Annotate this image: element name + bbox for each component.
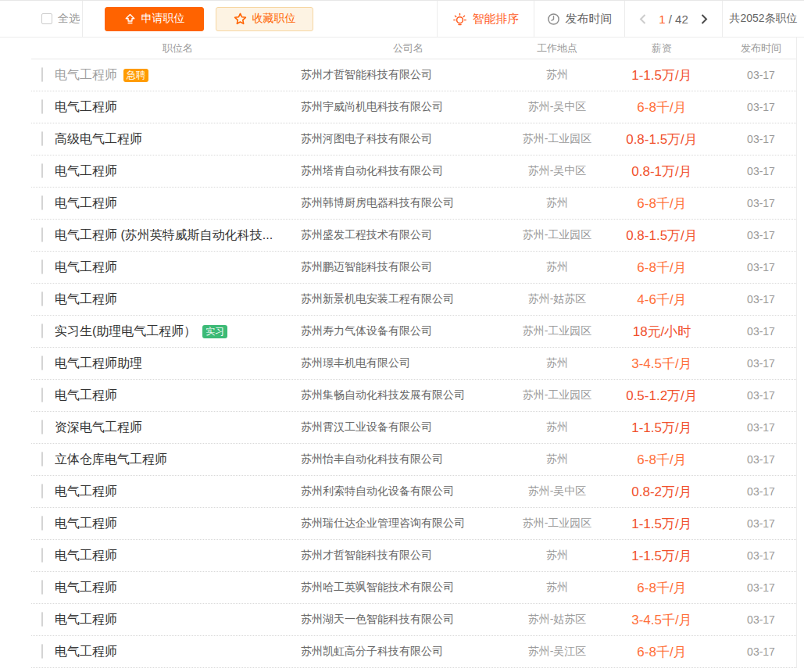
job-badge: 急聘 bbox=[123, 69, 148, 82]
job-title-link[interactable]: 电气工程师助理 bbox=[55, 356, 142, 372]
job-location: 苏州 bbox=[516, 68, 599, 82]
job-title-link[interactable]: 电气工程师 bbox=[55, 388, 117, 404]
job-title-link[interactable]: 实习生(助理电气工程师） bbox=[55, 323, 196, 340]
job-table: 职位名公司名工作地点薪资发布时间 电气工程师 急聘 苏州才哲智能科技有限公司 苏… bbox=[31, 38, 797, 668]
row-checkbox[interactable] bbox=[41, 323, 43, 338]
company-link[interactable]: 苏州湖天一色智能科技有限公司 bbox=[301, 613, 516, 627]
total-jobs-count: 共2052条职位 bbox=[723, 1, 804, 37]
row-checkbox[interactable] bbox=[41, 580, 43, 595]
company-link[interactable]: 苏州才哲智能科技有限公司 bbox=[301, 549, 516, 563]
job-location: 苏州 bbox=[516, 196, 599, 210]
select-all-label[interactable]: 全选 bbox=[58, 12, 80, 26]
job-title-link[interactable]: 电气工程师 bbox=[55, 484, 117, 500]
job-title-link[interactable]: 电气工程师 bbox=[55, 548, 117, 564]
row-checkbox[interactable] bbox=[41, 291, 43, 306]
column-header: 工作地点 bbox=[516, 41, 599, 55]
row-checkbox[interactable] bbox=[41, 99, 43, 114]
pagination: 1 / 42 bbox=[625, 1, 722, 37]
table-header-row: 职位名公司名工作地点薪资发布时间 bbox=[31, 38, 796, 59]
company-link[interactable]: 苏州霄汉工业设备有限公司 bbox=[301, 420, 516, 434]
company-link[interactable]: 苏州瑞仕达企业管理咨询有限公司 bbox=[301, 517, 516, 531]
company-link[interactable]: 苏州鹏迈智能科技有限公司 bbox=[301, 260, 516, 274]
job-title-link[interactable]: 电气工程师 bbox=[55, 99, 117, 116]
toolbar: 全选 申请职位 收藏职位 智能排序 bbox=[0, 0, 804, 38]
job-salary: 6-8千/月 bbox=[599, 259, 725, 277]
sort-by-time-button[interactable]: 发布时间 bbox=[534, 1, 624, 37]
smart-sort-button[interactable]: 智能排序 bbox=[438, 1, 534, 37]
row-checkbox[interactable] bbox=[41, 195, 43, 210]
job-title-link[interactable]: 电气工程师 bbox=[55, 644, 117, 660]
job-row: 电气工程师 苏州塔肯自动化科技有限公司 苏州-吴中区 0.8-1万/月 03-1… bbox=[31, 155, 796, 188]
job-title-link[interactable]: 电气工程师 (苏州英特威斯自动化科技... bbox=[55, 227, 273, 244]
apply-jobs-button[interactable]: 申请职位 bbox=[105, 7, 204, 31]
job-title-link[interactable]: 电气工程师 bbox=[55, 259, 117, 276]
row-checkbox[interactable] bbox=[41, 356, 43, 370]
job-location: 苏州-吴江区 bbox=[516, 645, 599, 659]
job-title-link[interactable]: 电气工程师 bbox=[55, 67, 117, 84]
row-checkbox[interactable] bbox=[41, 163, 43, 178]
company-link[interactable]: 苏州利索特自动化设备有限公司 bbox=[301, 484, 516, 499]
row-checkbox[interactable] bbox=[41, 67, 43, 82]
company-link[interactable]: 苏州寿力气体设备有限公司 bbox=[301, 324, 516, 338]
publish-date: 03-17 bbox=[725, 453, 797, 466]
job-title-link[interactable]: 电气工程师 bbox=[55, 163, 117, 180]
column-header: 薪资 bbox=[599, 41, 725, 55]
prev-page-button[interactable] bbox=[638, 13, 647, 25]
job-title-link[interactable]: 电气工程师 bbox=[55, 516, 117, 532]
company-link[interactable]: 苏州怡丰自动化科技有限公司 bbox=[301, 452, 516, 466]
row-checkbox[interactable] bbox=[41, 131, 43, 146]
job-title-link[interactable]: 电气工程师 bbox=[55, 291, 117, 308]
job-location: 苏州-吴中区 bbox=[516, 100, 599, 114]
company-link[interactable]: 苏州河图电子科技有限公司 bbox=[301, 132, 516, 146]
current-page: 1 bbox=[659, 13, 665, 26]
job-row: 电气工程师 苏州宇威尚机电科技有限公司 苏州-吴中区 6-8千/月 03-17 bbox=[31, 91, 796, 123]
company-link[interactable]: 苏州才哲智能科技有限公司 bbox=[301, 68, 516, 82]
company-link[interactable]: 苏州哈工英飒智能技术有限公司 bbox=[301, 581, 516, 595]
select-all[interactable]: 全选 bbox=[0, 1, 82, 37]
row-checkbox[interactable] bbox=[41, 259, 43, 274]
job-title-link[interactable]: 电气工程师 bbox=[55, 195, 117, 212]
row-checkbox[interactable] bbox=[41, 388, 43, 402]
row-checkbox[interactable] bbox=[41, 516, 43, 531]
company-link[interactable]: 苏州璟丰机电有限公司 bbox=[301, 356, 516, 370]
row-checkbox[interactable] bbox=[41, 227, 43, 242]
job-row: 电气工程师 苏州集畅自动化科技发展有限公司 苏州-工业园区 0.5-1.2万/月… bbox=[31, 380, 796, 412]
job-location: 苏州-吴中区 bbox=[516, 484, 599, 499]
job-list: 电气工程师 急聘 苏州才哲智能科技有限公司 苏州 1-1.5万/月 03-17 … bbox=[31, 59, 796, 668]
row-checkbox[interactable] bbox=[41, 420, 43, 434]
publish-date: 03-17 bbox=[725, 69, 797, 81]
company-link[interactable]: 苏州集畅自动化科技发展有限公司 bbox=[301, 388, 516, 402]
publish-date: 03-17 bbox=[725, 197, 797, 209]
select-all-checkbox[interactable] bbox=[41, 13, 52, 24]
company-link[interactable]: 苏州盛发工程技术有限公司 bbox=[301, 228, 516, 242]
favorite-jobs-button[interactable]: 收藏职位 bbox=[216, 7, 313, 31]
company-link[interactable]: 苏州塔肯自动化科技有限公司 bbox=[301, 164, 516, 178]
job-salary: 6-8千/月 bbox=[599, 195, 725, 213]
publish-date: 03-17 bbox=[725, 485, 797, 498]
company-link[interactable]: 苏州凯虹高分子科技有限公司 bbox=[301, 645, 516, 659]
chevron-left-icon bbox=[638, 13, 647, 25]
clock-icon bbox=[547, 13, 560, 26]
smart-sort-label: 智能排序 bbox=[473, 12, 520, 27]
row-checkbox[interactable] bbox=[41, 548, 43, 563]
job-location: 苏州-工业园区 bbox=[516, 228, 599, 242]
toolbar-divider bbox=[82, 1, 83, 37]
row-checkbox[interactable] bbox=[41, 612, 43, 627]
job-title-link[interactable]: 高级电气工程师 bbox=[55, 131, 142, 148]
job-salary: 1-1.5万/月 bbox=[599, 66, 725, 84]
job-location: 苏州 bbox=[516, 420, 599, 434]
job-location: 苏州 bbox=[516, 260, 599, 274]
company-link[interactable]: 苏州韩博厨房电器科技有限公司 bbox=[301, 196, 516, 210]
job-title-link[interactable]: 资深电气工程师 bbox=[55, 420, 142, 436]
row-checkbox[interactable] bbox=[41, 644, 43, 659]
company-link[interactable]: 苏州宇威尚机电科技有限公司 bbox=[301, 100, 516, 114]
company-link[interactable]: 苏州新景机电安装工程有限公司 bbox=[301, 292, 516, 306]
job-salary: 0.8-2万/月 bbox=[599, 483, 725, 501]
job-title-link[interactable]: 电气工程师 bbox=[55, 580, 117, 596]
job-title-link[interactable]: 电气工程师 bbox=[55, 612, 117, 628]
row-checkbox[interactable] bbox=[41, 484, 43, 499]
row-checkbox[interactable] bbox=[41, 452, 43, 466]
job-title-link[interactable]: 立体仓库电气工程师 bbox=[55, 452, 167, 468]
next-page-button[interactable] bbox=[700, 13, 709, 25]
job-salary: 1-1.5万/月 bbox=[599, 419, 725, 437]
